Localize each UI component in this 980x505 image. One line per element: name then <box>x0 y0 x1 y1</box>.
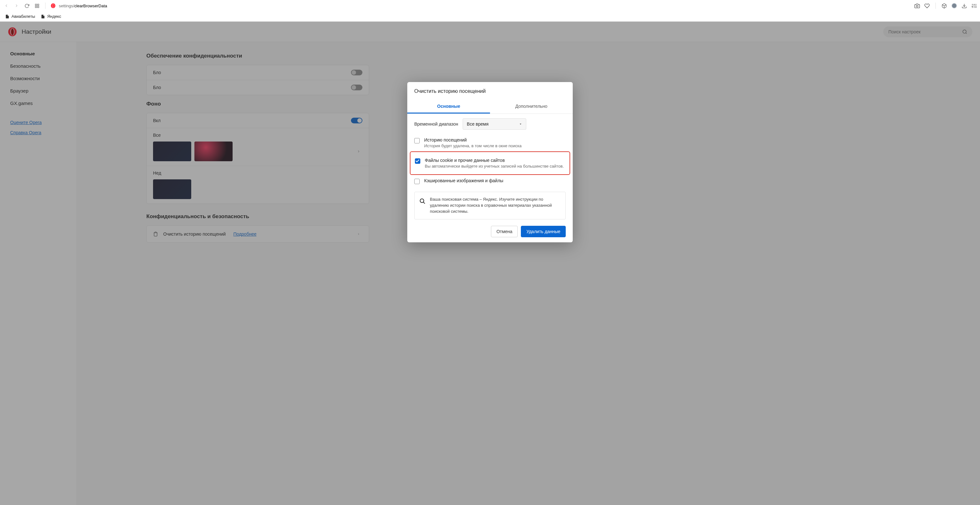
downloads-icon[interactable] <box>961 3 967 9</box>
url-text: settings/clearBrowserData <box>59 3 107 8</box>
chevron-down-icon <box>519 122 522 125</box>
tab-basic[interactable]: Основные <box>407 100 490 114</box>
page-icon <box>5 14 10 19</box>
bookmark-item[interactable]: Авиабилеты <box>5 14 35 19</box>
bookmark-label: Яндекс <box>47 14 61 19</box>
svg-rect-2 <box>37 6 38 7</box>
option-cookies-highlighted: Файлы cookie и прочие данные сайтов Вы а… <box>410 151 570 175</box>
speed-dial-button[interactable] <box>34 3 40 9</box>
cube-icon[interactable] <box>942 3 947 9</box>
dialog-title: Очистить историю посещений <box>407 82 573 100</box>
search-engine-info: Ваша поисковая система – Яндекс. Изучите… <box>414 192 566 219</box>
delete-data-button[interactable]: Удалить данные <box>521 226 566 237</box>
bookmark-label: Авиабилеты <box>11 14 35 19</box>
svg-rect-1 <box>37 4 38 5</box>
svg-line-26 <box>423 202 425 203</box>
dialog-tabs: Основные Дополнительно <box>407 100 573 114</box>
nav-back-button[interactable] <box>3 3 10 9</box>
checkbox-history[interactable] <box>414 138 420 143</box>
bookmarks-bar: Авиабилеты Яндекс <box>0 11 980 22</box>
svg-point-25 <box>420 199 424 203</box>
toolbar-divider <box>45 3 46 9</box>
nav-forward-button[interactable] <box>13 3 20 9</box>
svg-marker-24 <box>520 124 522 125</box>
settings-page: Настройки Основные Безопасность Возможно… <box>0 22 980 505</box>
checkbox-cache[interactable] <box>414 179 420 184</box>
clear-data-dialog: Очистить историю посещений Основные Допо… <box>407 82 573 242</box>
profile-avatar-icon[interactable] <box>951 3 957 9</box>
svg-rect-0 <box>35 4 36 5</box>
svg-rect-3 <box>35 6 36 7</box>
option-cache[interactable]: Кэшированные изображения и файлы <box>407 175 573 187</box>
option-cookies[interactable]: Файлы cookie и прочие данные сайтов Вы а… <box>410 154 570 172</box>
checkbox-cookies[interactable] <box>415 158 420 164</box>
opera-icon <box>51 3 56 8</box>
heart-icon[interactable] <box>924 3 930 9</box>
dialog-actions: Отмена Удалить данные <box>407 221 573 237</box>
browser-toolbar: settings/clearBrowserData <box>0 0 980 11</box>
easy-setup-icon[interactable] <box>971 3 977 9</box>
toolbar-right-icons <box>915 3 977 9</box>
svg-point-6 <box>52 4 54 8</box>
bookmark-item[interactable]: Яндекс <box>41 14 61 19</box>
reload-button[interactable] <box>24 3 30 9</box>
tab-advanced[interactable]: Дополнительно <box>490 100 573 114</box>
time-range-select[interactable]: Все время <box>463 118 526 130</box>
option-history[interactable]: Историю посещений История будет удалена,… <box>407 134 573 151</box>
snapshot-icon[interactable] <box>915 3 920 9</box>
svg-point-7 <box>916 5 918 7</box>
time-range-label: Временной диапазон <box>414 121 458 127</box>
cancel-button[interactable]: Отмена <box>491 226 518 237</box>
address-bar[interactable]: settings/clearBrowserData <box>51 3 911 8</box>
time-range-row: Временной диапазон Все время <box>407 114 573 134</box>
page-icon <box>41 14 45 19</box>
search-icon <box>419 198 425 204</box>
